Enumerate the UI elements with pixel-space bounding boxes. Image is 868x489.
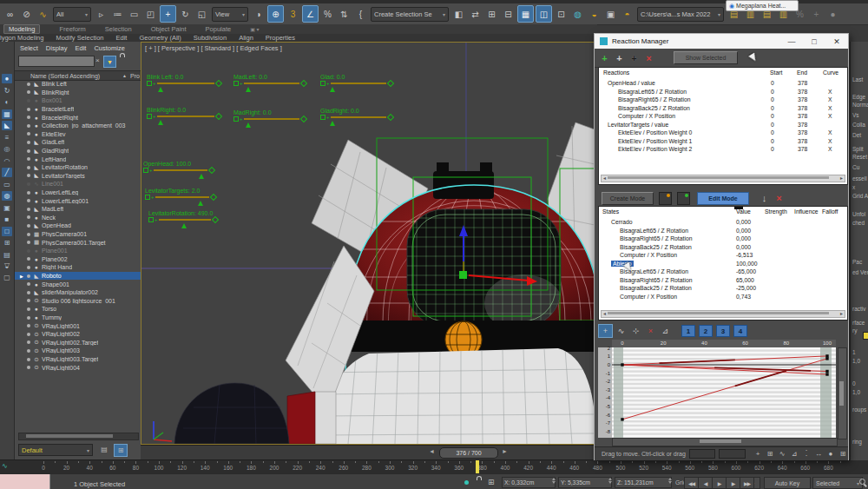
disabled-icon-3[interactable]: ● (825, 6, 840, 22)
schematic-view-icon[interactable]: ⊡ (554, 6, 569, 22)
reaction-manager-window[interactable]: Reaction Manager — □ ✕ + + + × Show Sele… (594, 33, 849, 460)
explorer-tool-icon[interactable]: ■ (2, 215, 12, 224)
mirror-icon[interactable]: ◧ (451, 6, 466, 22)
search-input[interactable] (18, 56, 95, 67)
create-mode-button[interactable]: Create Mode (602, 192, 654, 205)
curve-buffer-button-3[interactable]: 3 (716, 325, 730, 337)
graph-nav-icon[interactable]: ● (825, 449, 836, 459)
explorer-tool-icon[interactable]: □ (2, 227, 12, 236)
ribbon-panel-subdivision[interactable]: Subdivision (194, 34, 227, 42)
visibility-eye-icon[interactable] (27, 199, 30, 202)
visibility-eye-icon[interactable] (27, 266, 30, 269)
visibility-eye-icon[interactable] (27, 358, 30, 361)
states-hscrollbar[interactable]: ◄► (601, 310, 845, 318)
select-by-name-icon[interactable]: ≔ (110, 6, 125, 22)
rectangular-selection-region-icon[interactable]: ▭ (127, 6, 141, 22)
visibility-eye-icon[interactable] (27, 141, 30, 144)
scene-object-row[interactable]: ●LeftHand (15, 155, 141, 163)
slider-end-icon[interactable] (214, 113, 221, 120)
scene-object-row[interactable]: ∿Line001 (15, 180, 141, 188)
explorer-hierarchy-icon[interactable]: ⊞ (114, 444, 128, 457)
previous-key-button[interactable]: ◀ (698, 477, 713, 489)
key-value-field[interactable] (719, 449, 746, 459)
explorer-tool-icon[interactable]: ◠ (2, 156, 12, 166)
time-marker[interactable] (476, 460, 479, 473)
visibility-eye-icon[interactable] (27, 191, 30, 195)
visibility-eye-icon[interactable] (27, 124, 30, 128)
reaction-row-name[interactable]: OpenHead / value (608, 80, 655, 86)
add-selected-icon[interactable]: + (613, 51, 626, 64)
ribbon-panel-edit[interactable]: Edit (115, 34, 127, 42)
explorer-tool-icon[interactable]: ◐ (2, 97, 12, 107)
graph-nav-icon[interactable]: ⁚ (801, 449, 812, 459)
visibility-eye-icon[interactable] (27, 324, 30, 327)
state-row-name[interactable]: BisagraRight65 / Z Rotation (620, 277, 693, 283)
reaction-curve-graph[interactable]: 020406080100 210-1-2-3-4-5-6-7-8 (598, 340, 846, 445)
select-object-icon[interactable]: ▹ (94, 6, 108, 22)
visibility-eye-icon[interactable] (27, 241, 30, 244)
reaction-row-name[interactable]: Computer / X Position (618, 113, 675, 119)
preset-dropdown[interactable]: Default ▾ (18, 444, 93, 456)
graph-plot[interactable] (612, 347, 836, 438)
maxscript-mini-listener[interactable] (0, 474, 50, 489)
edit-named-selection-icon[interactable]: { (353, 6, 368, 22)
reactions-col-end[interactable]: End (797, 69, 807, 76)
rendered-frame-window-icon[interactable]: ▣ (603, 6, 618, 22)
z-spinner[interactable] (668, 478, 672, 484)
reaction-row-name[interactable]: EkteElev / Position Weight 0 (618, 129, 692, 135)
slider-value-marker[interactable] (330, 121, 335, 126)
state-row-name[interactable]: Computer / X Position (620, 294, 677, 300)
ribbon-tab-populate[interactable]: Populate (206, 25, 232, 33)
delete-state-icon[interactable]: × (773, 192, 786, 205)
scene-object-row[interactable]: ●BraceletLeft (15, 105, 141, 114)
scene-object-row[interactable]: ●Box001 (15, 96, 141, 105)
trackbar-curve-icon[interactable]: ∿ (2, 462, 8, 470)
filter-funnel-icon[interactable]: ▽ (2, 261, 12, 270)
play-button[interactable]: ▶ (712, 477, 727, 489)
slider-value-marker[interactable] (198, 201, 203, 206)
slider-manipulator[interactable]: BlinkRight: 0.0+ (147, 107, 221, 119)
filter-icon[interactable]: ▼ (103, 56, 116, 68)
scene-object-row[interactable]: ⊙VRayLight002 (15, 330, 141, 339)
visibility-eye-icon[interactable] (27, 291, 30, 294)
visibility-eye-icon[interactable] (27, 349, 30, 353)
auto-key-button[interactable]: Auto Key (764, 477, 811, 489)
slider-value-marker[interactable] (158, 87, 163, 92)
ribbon-tab-freeform[interactable]: Freeform (59, 25, 85, 33)
absolute-mode-icon[interactable]: ⊞ (488, 478, 495, 486)
slider-manipulator[interactable]: LevitatorTargets: 2.0+ (145, 188, 216, 200)
move-keys-icon[interactable]: + (598, 324, 613, 338)
create-state-picker-icon[interactable] (659, 192, 672, 205)
perspective-viewport[interactable]: [ + ] [ Perspective ] [ Standard ] [ Edg… (141, 42, 595, 445)
reactions-col-curve[interactable]: Curve (823, 69, 838, 76)
unlink-selection-icon[interactable]: ⊘ (19, 6, 34, 22)
select-and-link-icon[interactable]: ∞ (3, 6, 17, 22)
ribbon-tab-modeling[interactable]: Modeling (3, 24, 40, 34)
slider-end-icon[interactable] (209, 194, 216, 201)
state-row-name[interactable]: Cerrado (611, 219, 633, 225)
scene-object-row[interactable]: ◣BlinkRight (15, 89, 141, 97)
key-filters-dropdown[interactable]: Selected ▾ (812, 477, 863, 489)
slider-end-icon[interactable] (211, 216, 218, 223)
slider-manipulator[interactable]: OpenHead: 100.0+ (143, 161, 214, 173)
explorer-tool-icon[interactable]: ● (2, 74, 12, 83)
toggle-scene-explorer-icon[interactable]: ⊞ (484, 6, 499, 22)
ribbon-panel-properties[interactable]: Properties (266, 34, 295, 42)
ribbon-tab-selection[interactable]: Selection (105, 25, 132, 33)
visibility-eye-icon[interactable] (27, 340, 30, 344)
x-coordinate-field[interactable]: X: 0,332cm (502, 477, 556, 488)
slider-manipulator[interactable]: GladRight: 0.0+ (320, 108, 393, 120)
search-icon[interactable] (859, 479, 865, 485)
explorer-tool-icon[interactable]: ⊞ (2, 238, 12, 248)
slider-value-marker[interactable] (246, 122, 251, 128)
show-selected-button[interactable]: Show Selected (674, 51, 738, 64)
toggle-layer-explorer-icon[interactable]: ⊟ (501, 6, 516, 22)
scene-object-row[interactable]: ●LowerLeftLeg (15, 188, 141, 197)
graph-nav-icon[interactable]: ∿ (777, 449, 787, 459)
scene-object-row[interactable]: ⊙VRayLight004 (15, 363, 141, 372)
visibility-eye-icon[interactable] (27, 108, 30, 111)
explorer-tool-icon[interactable]: ◍ (2, 191, 12, 201)
curve-buffer-button-2[interactable]: 2 (699, 325, 713, 337)
visibility-eye-icon[interactable] (27, 208, 30, 211)
graph-nav-icon[interactable]: ⊞ (838, 449, 848, 459)
